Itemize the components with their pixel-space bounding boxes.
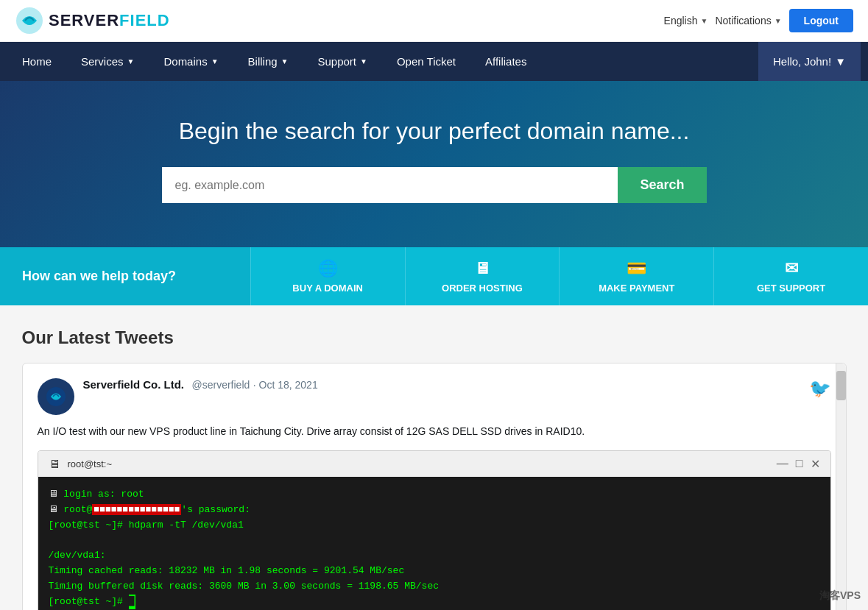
hero-title: Begin the search for your perfect domain… bbox=[15, 118, 853, 145]
nav-affiliates[interactable]: Affiliates bbox=[470, 42, 541, 81]
domain-search-bar: Search bbox=[162, 167, 707, 203]
logout-button[interactable]: Logout bbox=[789, 9, 853, 32]
logo: SERVERFIELD bbox=[15, 6, 170, 35]
nav-open-ticket[interactable]: Open Ticket bbox=[382, 42, 470, 81]
support-caret: ▼ bbox=[360, 57, 367, 65]
terminal-line-2: 🖥 root@■■■■■■■■■■■■■■■'s password: bbox=[49, 503, 820, 518]
maximize-icon: □ bbox=[796, 457, 803, 471]
terminal-line-7: Timing buffered disk reads: 3600 MB in 3… bbox=[49, 579, 820, 595]
main-content: Our Latest Tweets Serverfield Co. Ltd. @… bbox=[7, 305, 861, 610]
quick-link-get-support[interactable]: ✉ GET SUPPORT bbox=[713, 247, 868, 305]
logo-icon bbox=[15, 6, 44, 35]
language-caret: ▼ bbox=[701, 17, 708, 25]
terminal-body: 🖥 login as: root 🖥 root@■■■■■■■■■■■■■■■'… bbox=[38, 477, 830, 610]
notifications-caret: ▼ bbox=[775, 17, 782, 25]
domains-caret: ▼ bbox=[211, 57, 219, 65]
quick-links-container: 🌐 BUY A DOMAIN 🖥 ORDER HOSTING 💳 MAKE PA… bbox=[250, 247, 868, 305]
terminal-title: root@tst:~ bbox=[68, 458, 769, 469]
server-icon: 🖥 bbox=[474, 259, 490, 278]
globe-icon: 🌐 bbox=[318, 259, 338, 278]
tweet-card: Serverfield Co. Ltd. @serverfield · Oct … bbox=[22, 363, 847, 610]
quick-help-text: How can we help today? bbox=[0, 247, 250, 305]
tweet-handle: @serverfield bbox=[191, 379, 250, 391]
nav-support[interactable]: Support ▼ bbox=[303, 42, 381, 81]
terminal-screenshot: 🖥 root@tst:~ — □ ✕ 🖥 login as: root 🖥 ro… bbox=[38, 450, 831, 610]
user-menu-caret: ▼ bbox=[835, 55, 846, 68]
hero-section: Begin the search for your perfect domain… bbox=[0, 81, 868, 247]
quick-links-bar: How can we help today? 🌐 BUY A DOMAIN 🖥 … bbox=[0, 247, 868, 305]
terminal-line-4 bbox=[49, 533, 820, 548]
tweet-avatar bbox=[38, 378, 74, 415]
terminal-line-5: /dev/vda1: bbox=[49, 548, 820, 564]
services-caret: ▼ bbox=[127, 57, 135, 65]
tweet-meta: Serverfield Co. Ltd. @serverfield · Oct … bbox=[83, 378, 809, 391]
minimize-icon: — bbox=[777, 457, 788, 471]
user-menu[interactable]: Hello, John! ▼ bbox=[758, 42, 861, 81]
brand-name: SERVERFIELD bbox=[49, 11, 170, 30]
terminal-app-icon: 🖥 bbox=[49, 458, 60, 471]
tweet-text: An I/O test with our new VPS product lin… bbox=[38, 424, 831, 439]
tweet-scrollbar[interactable] bbox=[836, 363, 846, 610]
quick-link-buy-domain[interactable]: 🌐 BUY A DOMAIN bbox=[250, 247, 405, 305]
quick-link-order-hosting[interactable]: 🖥 ORDER HOSTING bbox=[405, 247, 560, 305]
billing-caret: ▼ bbox=[281, 57, 289, 65]
close-icon: ✕ bbox=[811, 457, 820, 471]
tweet-header: Serverfield Co. Ltd. @serverfield · Oct … bbox=[38, 378, 831, 415]
nav-billing[interactable]: Billing ▼ bbox=[233, 42, 303, 81]
nav-domains[interactable]: Domains ▼ bbox=[149, 42, 233, 81]
top-bar: SERVERFIELD English ▼ Notifications ▼ Lo… bbox=[0, 0, 868, 42]
tweet-author-name: Serverfield Co. Ltd. bbox=[83, 378, 185, 391]
terminal-titlebar: 🖥 root@tst:~ — □ ✕ bbox=[38, 451, 830, 477]
envelope-icon: ✉ bbox=[785, 259, 798, 278]
tweets-section-title: Our Latest Tweets bbox=[22, 327, 847, 348]
notifications-dropdown[interactable]: Notifications ▼ bbox=[715, 15, 781, 26]
credit-card-icon: 💳 bbox=[627, 259, 646, 278]
terminal-line-8: [root@tst ~]# █ bbox=[49, 595, 820, 610]
top-right-controls: English ▼ Notifications ▼ Logout bbox=[664, 9, 853, 32]
main-nav: Home Services ▼ Domains ▼ Billing ▼ Supp… bbox=[0, 42, 868, 81]
tweet-date: · Oct 18, 2021 bbox=[253, 379, 318, 391]
domain-search-input[interactable] bbox=[162, 167, 618, 203]
terminal-line-3: [root@tst ~]# hdparm -tT /dev/vda1 bbox=[49, 518, 820, 533]
nav-services[interactable]: Services ▼ bbox=[66, 42, 149, 81]
terminal-line-1: 🖥 login as: root bbox=[49, 487, 820, 503]
twitter-bird-icon: 🐦 bbox=[809, 378, 831, 399]
scroll-thumb bbox=[836, 371, 846, 400]
watermark: 淘客VPS bbox=[819, 589, 861, 603]
nav-home[interactable]: Home bbox=[7, 42, 66, 81]
domain-search-button[interactable]: Search bbox=[618, 167, 706, 203]
language-selector[interactable]: English ▼ bbox=[664, 15, 708, 26]
terminal-line-6: Timing cached reads: 18232 MB in 1.98 se… bbox=[49, 564, 820, 579]
quick-link-make-payment[interactable]: 💳 MAKE PAYMENT bbox=[559, 247, 713, 305]
terminal-controls: — □ ✕ bbox=[777, 457, 820, 471]
